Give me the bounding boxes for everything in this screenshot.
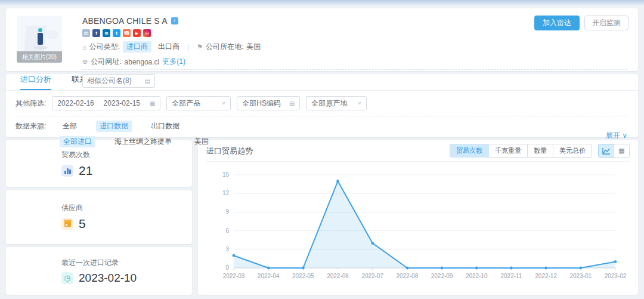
instagram-icon[interactable]: ◎	[143, 29, 151, 37]
svg-text:2022-09: 2022-09	[431, 273, 453, 279]
svg-text:2022-06: 2022-06	[327, 273, 349, 279]
chevron-down-icon: ∨	[222, 101, 226, 106]
website-link[interactable]: abengoa.cl	[125, 58, 160, 66]
flag-icon: ⚑	[197, 43, 203, 51]
phone-icon[interactable]: ☎	[123, 29, 131, 37]
svg-text:3: 3	[225, 246, 229, 252]
importer-tag[interactable]: 进口商	[123, 41, 151, 53]
company-name: ABENGOA CHILE S A	[82, 16, 168, 26]
person-icon	[38, 33, 43, 45]
svg-text:2023-02: 2023-02	[605, 273, 627, 279]
exporter-option[interactable]: 出口商	[158, 42, 179, 52]
svg-text:9: 9	[225, 208, 229, 215]
location-label: 公司所在地:	[206, 42, 243, 52]
trend-chart-card: 进口贸易趋势 贸易次数 千克重量 数量 美元总价	[198, 140, 638, 295]
origin-select-value: 全部原产地	[311, 98, 347, 109]
table-icon: ▦	[618, 147, 624, 155]
svg-text:0: 0	[225, 264, 229, 271]
hs-code-select-value: 全部HS编码	[242, 98, 281, 109]
dashed-divider	[82, 69, 627, 70]
stat-label: 最近一次进口记录	[61, 258, 137, 268]
shop-icon	[61, 218, 73, 230]
linkedin-icon[interactable]: in	[103, 29, 110, 37]
location-value: 美国	[246, 42, 261, 52]
svg-text:2022-08: 2022-08	[397, 273, 419, 279]
building-icon: ⌂	[82, 44, 86, 51]
website-icon[interactable]: @	[82, 29, 90, 37]
svg-text:2022-07: 2022-07	[361, 273, 383, 279]
svg-text:2023-01: 2023-01	[569, 273, 592, 279]
calendar-icon: ▦	[150, 100, 155, 107]
svg-text:15: 15	[222, 171, 230, 178]
svg-text:2022-12: 2022-12	[535, 273, 557, 279]
start-monitor-button[interactable]: 开启监测	[584, 16, 628, 30]
metric-trade-count[interactable]: 贸易次数	[450, 144, 489, 158]
date-range-picker[interactable]: 2022-02-16 2023-02-15 ▦	[52, 96, 160, 110]
expand-toggle[interactable]: 展开 ∨	[606, 131, 627, 141]
svg-text:12: 12	[222, 190, 230, 196]
stat-value: 5	[79, 217, 86, 231]
trend-line-chart: 036912152022-032022-042022-052022-062022…	[206, 165, 630, 292]
product-select-value: 全部产品	[172, 98, 200, 109]
divider: |	[187, 43, 189, 51]
svg-text:2022-05: 2022-05	[292, 273, 314, 279]
company-header-card: 相关图片(20) ABENGOA CHILE S A i @ f in t ☎ …	[6, 8, 638, 71]
bar-chart-icon	[61, 165, 73, 177]
photo-decor	[45, 30, 58, 39]
more-websites-link[interactable]: 更多(1)	[162, 57, 185, 67]
date-end: 2023-02-15	[104, 99, 140, 107]
other-filter-label: 其他筛选:	[16, 98, 46, 109]
stat-label: 供应商	[61, 203, 86, 213]
import-option-usa[interactable]: 美国	[191, 136, 212, 147]
chevron-down-icon: ∨	[622, 131, 627, 140]
youtube-icon[interactable]: ▶	[133, 29, 141, 37]
join-radar-button[interactable]: 加入雷达	[534, 16, 580, 30]
line-chart-icon	[602, 147, 611, 155]
similar-companies-label: 相似公司名(8)	[87, 76, 132, 86]
source-option-export[interactable]: 出口数据	[147, 121, 183, 132]
tab-import-analysis[interactable]: 进口分析	[20, 74, 51, 90]
similar-companies-select[interactable]: 相似公司名(8) ▤	[82, 74, 155, 88]
twitter-icon[interactable]: t	[113, 29, 120, 37]
import-option-maritime-silk-road[interactable]: 海上丝绸之路提单	[111, 136, 175, 147]
stat-card-last-import: 最近一次进口记录 ◷ 2023-02-10	[6, 247, 192, 295]
company-detail-icon[interactable]: i	[171, 17, 178, 24]
facebook-icon[interactable]: f	[92, 29, 100, 37]
source-option-all[interactable]: 全部	[59, 121, 80, 132]
website-label: 公司网址:	[91, 57, 121, 67]
svg-text:2022-10: 2022-10	[466, 273, 488, 279]
stat-value: 21	[79, 164, 92, 178]
company-type-label: 公司类型:	[89, 42, 120, 52]
list-icon: ▤	[145, 78, 150, 84]
svg-text:2022-04: 2022-04	[258, 273, 280, 279]
svg-text:2022-03: 2022-03	[223, 273, 245, 279]
top-browser-strip	[0, 0, 644, 5]
globe-icon: ⊕	[82, 58, 88, 66]
svg-text:2022-11: 2022-11	[500, 273, 522, 279]
chevron-down-icon: ∨	[358, 101, 362, 106]
clock-icon: ◷	[61, 272, 73, 284]
related-images-label[interactable]: 相关图片(20)	[17, 51, 62, 63]
product-select[interactable]: 全部产品 ∨	[166, 96, 231, 110]
person-icon	[38, 28, 42, 32]
import-option-all[interactable]: 全部进口	[60, 136, 95, 147]
date-start: 2022-02-16	[57, 99, 94, 107]
stat-label: 贸易次数	[61, 150, 92, 160]
expand-label: 展开	[606, 131, 620, 140]
company-photo[interactable]: 相关图片(20)	[17, 16, 62, 63]
photo-decor	[33, 46, 48, 50]
data-source-label: 数据来源:	[16, 121, 46, 131]
hs-code-select[interactable]: 全部HS编码 ▤	[237, 96, 300, 110]
list-icon: ▤	[289, 100, 295, 107]
stat-card-suppliers: 供应商 5	[6, 190, 192, 244]
origin-select[interactable]: 全部原产地 ∨	[306, 96, 367, 110]
svg-text:6: 6	[225, 227, 229, 234]
stat-value: 2023-02-10	[79, 272, 137, 285]
source-option-import[interactable]: 进口数据	[96, 121, 132, 132]
